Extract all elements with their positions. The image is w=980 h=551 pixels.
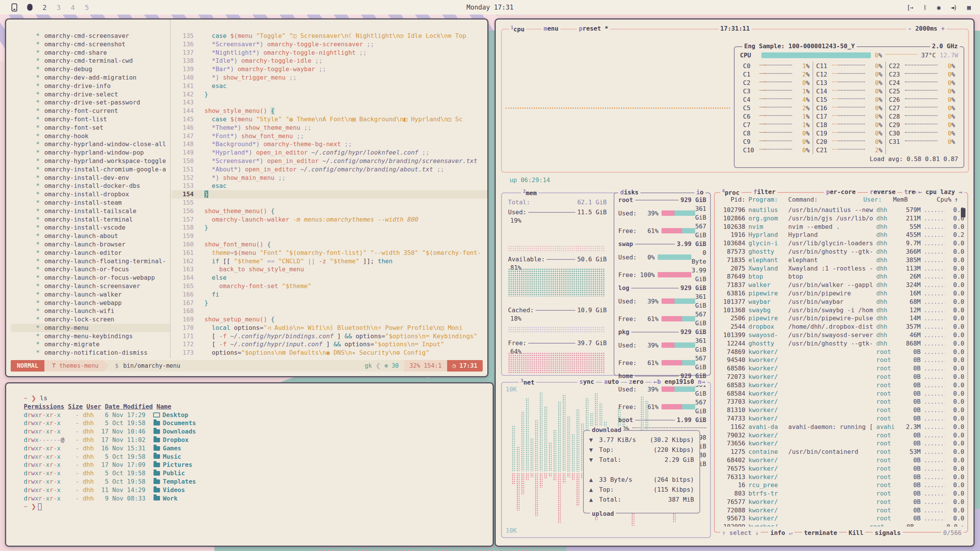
tab-preset[interactable]: preset * [577, 25, 610, 32]
code-line[interactable]: 155 [172, 199, 487, 207]
code-line[interactable]: 143 [172, 98, 487, 107]
code-line[interactable]: 172 [ -f ~/.config/hypr/input.conf ] && … [172, 340, 487, 349]
process-row[interactable]: 16rcu_preeroot0B.........0.0 [719, 481, 964, 489]
update-interval[interactable]: - 2000ms + [906, 25, 947, 32]
code-line[interactable]: 146 *Theme*) show_theme_menu ;; [172, 124, 487, 132]
file-item[interactable]: *omarchy-cmd-screenshot [11, 40, 170, 49]
code-line[interactable]: 169show_setup_menu() { [172, 315, 487, 324]
file-item[interactable]: *omarchy-font-current [11, 107, 170, 115]
file-item[interactable]: *omarchy-launch-walker [11, 290, 170, 299]
file-item[interactable]: *omarchy-hyprland-window-pop [11, 148, 170, 157]
tab-menu[interactable]: menu [542, 25, 560, 32]
workspace-4[interactable]: 4 [71, 3, 75, 11]
workspace-switcher[interactable]: 2345 [0, 3, 89, 11]
code-line[interactable]: 141 esac [172, 82, 487, 90]
file-item[interactable]: *omarchy-launch-screensaver [11, 282, 170, 290]
code-line[interactable]: 139 *Bar*) omarchy-toggle-waybar ;; [172, 65, 487, 73]
process-row[interactable]: 101368swaybg/usr/bin/swaybg -i /homdhh12… [719, 306, 964, 315]
file-item[interactable]: *omarchy-launch-floating-terminal- [11, 257, 170, 266]
code-line[interactable]: 173 options="$options\n⊞ Defaults\n◉ DNS… [172, 349, 487, 357]
tab-net[interactable]: 3net [519, 378, 536, 386]
tab-sync[interactable]: sync [577, 378, 596, 385]
file-item[interactable]: *omarchy-menu-keybindings [11, 332, 170, 341]
btop-window[interactable]: 1cpu menu preset * 17:31:11 - 2000ms + E… [495, 18, 975, 547]
code-line[interactable]: 144show_style_menu() { [172, 107, 487, 115]
process-row[interactable]: 102866org.gnom/usr/bin/gjs /usr/lib/odhh… [719, 214, 964, 223]
process-row[interactable]: 76313kworker/root0B.........0.0 [719, 473, 964, 481]
file-item[interactable]: *omarchy-drive-set-password [11, 98, 170, 107]
proc-action-kill[interactable]: Kill [847, 529, 866, 536]
process-row[interactable]: 2075XwaylandXwayland :1 -rootless -dhh11… [719, 264, 964, 273]
tab-disks[interactable]: disks [618, 189, 640, 196]
file-item[interactable]: *omarchy-hook [11, 132, 170, 140]
process-row[interactable]: 94540kworker/root0B.........0.0 [719, 356, 964, 364]
process-row[interactable]: 68583kworker/root0B.........0.0 [719, 381, 964, 390]
ls-row[interactable]: drwxr-xr-x - dhh 5 Oct 19:58 Music [24, 453, 493, 461]
code-line[interactable]: 145 case $(menu "Style" "◍ Theme\nA Font… [172, 115, 487, 124]
ls-row[interactable]: drwxr-xr-x - dhh 5 Oct 19:58 Templates [24, 478, 493, 486]
tab-cpu[interactable]: 1cpu [509, 25, 526, 33]
process-row[interactable]: 87649btopbtopdhh26M.........0.0 [719, 272, 964, 281]
code-line[interactable]: 136 *Screensaver*) omarchy-toggle-screen… [172, 40, 487, 49]
code-line[interactable]: 162 if [[ "$theme" == "CNCLD" || -z "$th… [172, 257, 487, 266]
code-line[interactable]: 165 omarchy-font-set "$theme" [172, 282, 487, 290]
process-row[interactable]: 87573ghostty/usr/bin/ghostty --gtk-dhh36… [719, 248, 964, 256]
process-row[interactable]: 72088kworker/root0B.........0.0 [719, 506, 964, 515]
logout-icon[interactable]: [→ [907, 4, 913, 11]
sort-selector[interactable]: ← cpu lazy → [916, 188, 964, 196]
code-line[interactable]: 140 *) show_trigger_menu ;; [172, 73, 487, 82]
code-line[interactable]: 161 theme=$(menu "Font" "$(omarchy-font-… [172, 249, 487, 257]
file-item[interactable]: *omarchy-lock-screen [11, 315, 170, 324]
file-item[interactable]: *omarchy-launch-editor [11, 249, 170, 257]
file-item[interactable]: *omarchy-install-terminal [11, 215, 170, 224]
editor-window[interactable]: *omarchy-cmd-screensaver*omarchy-cmd-scr… [5, 18, 488, 377]
file-item[interactable]: *omarchy-font-list [11, 115, 170, 124]
file-item[interactable]: *omarchy-install-vscode [11, 223, 170, 232]
ls-row[interactable]: drwxr-xr-x - dhh 6 Nov 17:29 Desktop [24, 411, 493, 419]
ls-row[interactable]: drwxr-xr-x - dhh 16 Nov 15:31 Games [24, 444, 493, 453]
code-line[interactable]: 163 back_to show_style_menu [172, 265, 487, 274]
ls-row[interactable]: drwxr-xr-x - dhh 17 Nov 17:09 Pictures [24, 461, 493, 469]
code-line[interactable]: 137 *Nightlight*) omarchy-toggle-nightli… [172, 49, 487, 57]
process-row[interactable]: 81310kworker/root0B.........0.0 [719, 406, 964, 414]
process-row[interactable]: 74733kworker/root0B.........0.0 [719, 414, 964, 423]
code-line[interactable]: 157 omarchy-launch-walker -m menus:omarc… [172, 215, 487, 224]
volume-icon[interactable]: ◄) [951, 4, 956, 11]
proc-header[interactable]: Pid: Program: Command: User: MemB Cpu% ↑ [719, 196, 958, 203]
terminal-window[interactable]: ~ ❯ lsPermissions Size User Date Modifie… [5, 382, 494, 547]
code-line[interactable]: 164 else [172, 274, 487, 282]
code-line[interactable]: 147 *Font*) show_font_menu ;; [172, 132, 487, 140]
process-row[interactable]: 68584kworker/root0B.........0.0 [719, 390, 964, 398]
process-row[interactable]: 102638nvimnvim --embed .dhh55M.........0… [719, 223, 964, 231]
file-item[interactable]: *omarchy-install-steam [11, 199, 170, 207]
process-row[interactable]: 76575kworker/root0B.........0.0 [719, 465, 964, 473]
code-line[interactable]: 156show_theme_menu() { [172, 207, 487, 215]
file-item[interactable]: *omarchy-install-dropbox [11, 190, 170, 199]
proc-action-select[interactable]: ↑ select ↓ [720, 529, 761, 536]
file-item[interactable]: *omarchy-launch-or-focus [11, 265, 170, 274]
code-line[interactable]: 170 local options="◁ Audio\n≈ Wifi\nᛒ Bl… [172, 324, 487, 332]
code-line[interactable]: 168 [172, 307, 487, 315]
process-row[interactable]: 95673kworker/root0B.........0.0 [719, 514, 964, 523]
file-item[interactable]: *omarchy-launch-webapp [11, 299, 170, 307]
code-line[interactable]: 154} [172, 190, 487, 199]
process-row[interactable]: 74869kworker/root0B.........0.0 [719, 348, 964, 356]
workspace-5[interactable]: 5 [85, 3, 89, 11]
tab-per-core[interactable]: per-core [824, 188, 858, 196]
file-item[interactable]: *omarchy-hyprland-window-close-all [11, 140, 170, 148]
code-line[interactable]: 152 *) show_main_menu ;; [172, 174, 487, 182]
code-line[interactable]: 149 *Hyprland*) open_in_editor ~/.config… [172, 148, 487, 157]
proc-action-terminate[interactable]: terminate [802, 529, 839, 536]
code-line[interactable]: 174 [172, 357, 487, 359]
ls-row[interactable]: drwxr-xr-x - dhh 17 Nov 10:46 Downloads [24, 427, 493, 436]
process-row[interactable]: 73656kworker/root0B.........0.0 [719, 439, 964, 448]
ls-row[interactable]: drwxr-xr-x - dhh 9 Nov 08:33 Work [24, 494, 493, 503]
file-item[interactable]: *omarchy-install-tailscale [11, 207, 170, 215]
ls-row[interactable]: drwxr-xr-x - dhh 5 Oct 19:58 Documents [24, 419, 493, 427]
code-line[interactable]: 150 *Screensaver*) open_in_editor ~/.con… [172, 157, 487, 165]
process-row[interactable]: 101399swayosd-/usr/bin/swayosd-serverdhh… [719, 331, 964, 339]
tab-io[interactable]: io [694, 189, 706, 196]
file-item[interactable]: *omarchy-pkg-add [11, 357, 170, 359]
code-line[interactable]: 160show_font_menu() { [172, 240, 487, 249]
code-line[interactable]: 148 *Background*) omarchy-theme-bg-next … [172, 140, 487, 148]
